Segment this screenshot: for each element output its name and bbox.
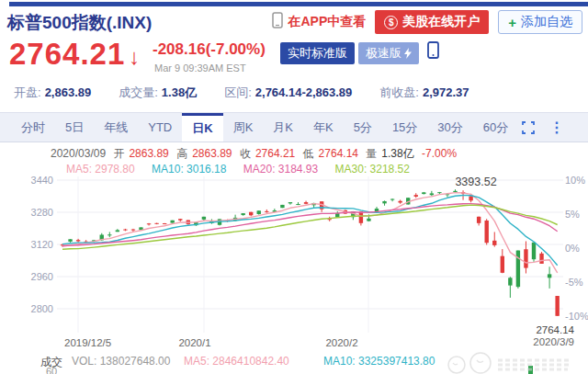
quote-timestamp: Mar 9 09:39AM EST bbox=[154, 62, 246, 74]
tab-yearline[interactable]: 年线 bbox=[94, 113, 138, 142]
ohlc-percent: -7.00% bbox=[422, 147, 457, 160]
stat-open: 开盘:2,863.89 bbox=[14, 85, 91, 101]
ohlc-close: 2764.21 bbox=[255, 147, 295, 160]
ma30-value: MA30: 3218.52 bbox=[335, 163, 410, 176]
y-axis-label: 3440 bbox=[13, 175, 53, 186]
volume-value: VOL: 138027648.00 bbox=[72, 355, 170, 368]
tab-60min[interactable]: 60分 bbox=[473, 113, 518, 142]
down-arrow-icon: ↓ bbox=[129, 44, 141, 69]
ohlc-volume: 1.38亿 bbox=[381, 147, 413, 160]
x-axis-label: 2020/2 bbox=[317, 337, 367, 348]
pct-axis-label: -5% bbox=[565, 277, 583, 288]
realtime-version-badge[interactable]: 实时标准版 bbox=[280, 42, 355, 64]
volume-ma10: MA10: 3325397413.80 bbox=[323, 355, 435, 368]
x-axis-label: 2019/12/5 bbox=[64, 337, 111, 348]
ma-legend: MA5: 2978.80 MA10: 3016.18 MA20: 3184.93… bbox=[66, 163, 424, 176]
view-in-app-link[interactable]: 在APP中查看 bbox=[272, 12, 366, 32]
volume-ma5: MA5: 2846410842.40 bbox=[184, 355, 289, 368]
ohlc-date: 2020/03/09 bbox=[51, 147, 106, 160]
mobile-phone-icon[interactable] bbox=[427, 41, 439, 62]
tab-30min[interactable]: 30分 bbox=[427, 113, 472, 142]
top-accent-bar bbox=[9, 2, 588, 6]
ma10-value: MA10: 3016.18 bbox=[152, 163, 226, 176]
last-price: 2764.21↓ bbox=[9, 37, 141, 72]
y-axis-label: 3120 bbox=[13, 239, 53, 250]
more-options-icon[interactable]: ⋮ bbox=[549, 123, 564, 132]
volume-scale-label: 60 bbox=[46, 366, 57, 374]
tab-daily-k[interactable]: 日K bbox=[182, 113, 222, 142]
ma20-value: MA20: 3184.93 bbox=[243, 163, 318, 176]
x-axis-label: 2020/1 bbox=[170, 337, 220, 348]
pct-axis-label: 5% bbox=[565, 209, 580, 220]
tab-monthly-k[interactable]: 月K bbox=[263, 113, 303, 142]
tab-weekly-k[interactable]: 周K bbox=[223, 113, 264, 142]
pct-axis-label: 0% bbox=[565, 243, 580, 254]
quote-stats-bar: 开盘:2,863.89 成交量:1.38亿 区间:2,764.14-2,863.… bbox=[14, 85, 588, 101]
page-title: 标普500指数(.INX) bbox=[7, 11, 152, 35]
header-actions: 在APP中查看 $ 美股在线开户 + 添加自选 bbox=[272, 10, 582, 34]
view-in-app-label: 在APP中查看 bbox=[288, 14, 366, 30]
dollar-circle-icon: $ bbox=[384, 16, 398, 29]
fast-version-label: 极速版 bbox=[366, 45, 401, 62]
stat-volume: 成交量:1.38亿 bbox=[119, 85, 197, 101]
x-axis-label: 2020/3/9 bbox=[517, 336, 574, 347]
price-change: -208.16(-7.00%) bbox=[153, 40, 266, 59]
tab-minute[interactable]: 分时 bbox=[11, 113, 55, 142]
fullscreen-icon[interactable] bbox=[522, 121, 535, 134]
stat-range: 区间:2,764.14-2,863.89 bbox=[224, 85, 352, 101]
y-axis-label: 2960 bbox=[13, 271, 53, 282]
tab-5day[interactable]: 5日 bbox=[55, 113, 94, 142]
ohlc-readout: 2020/03/09 开2863.89 高2863.89 收2764.21 低2… bbox=[51, 146, 461, 162]
phone-icon bbox=[272, 12, 283, 32]
tab-5min[interactable]: 5分 bbox=[344, 113, 382, 142]
add-watchlist-label: 添加自选 bbox=[521, 14, 572, 30]
ohlc-open: 2863.89 bbox=[129, 147, 168, 160]
lightning-icon bbox=[404, 48, 412, 59]
last-low-annotation: 2764.14 bbox=[517, 324, 574, 335]
ohlc-low: 2764.14 bbox=[319, 147, 358, 160]
plus-icon: + bbox=[508, 15, 516, 30]
stat-prev-close: 前收盘:2,972.37 bbox=[379, 85, 469, 101]
fast-version-badge[interactable]: 极速版 bbox=[358, 42, 419, 64]
ohlc-high: 2863.89 bbox=[192, 147, 232, 160]
period-tabbar: 分时 5日 年线 YTD 日K 周K 月K 年K 5分 15分 30分 60分 … bbox=[0, 112, 588, 142]
y-axis-label: 2800 bbox=[13, 303, 53, 314]
pct-axis-label: 10% bbox=[565, 175, 585, 186]
peak-annotation: 3393.52 bbox=[446, 176, 506, 188]
open-account-button[interactable]: $ 美股在线开户 bbox=[375, 10, 489, 34]
ma5-value: MA5: 2978.80 bbox=[66, 163, 135, 176]
add-watchlist-button[interactable]: + 添加自选 bbox=[498, 10, 582, 34]
stock-quote-page: 标普500指数(.INX) 在APP中查看 $ 美股在线开户 + 添加自选 27… bbox=[0, 0, 588, 374]
tab-ytd[interactable]: YTD bbox=[138, 113, 182, 142]
pct-axis-label: -10% bbox=[565, 311, 588, 322]
tab-yearly-k[interactable]: 年K bbox=[303, 113, 344, 142]
tab-15min[interactable]: 15分 bbox=[382, 113, 427, 142]
open-account-label: 美股在线开户 bbox=[402, 14, 480, 30]
y-axis-label: 3280 bbox=[13, 207, 53, 218]
